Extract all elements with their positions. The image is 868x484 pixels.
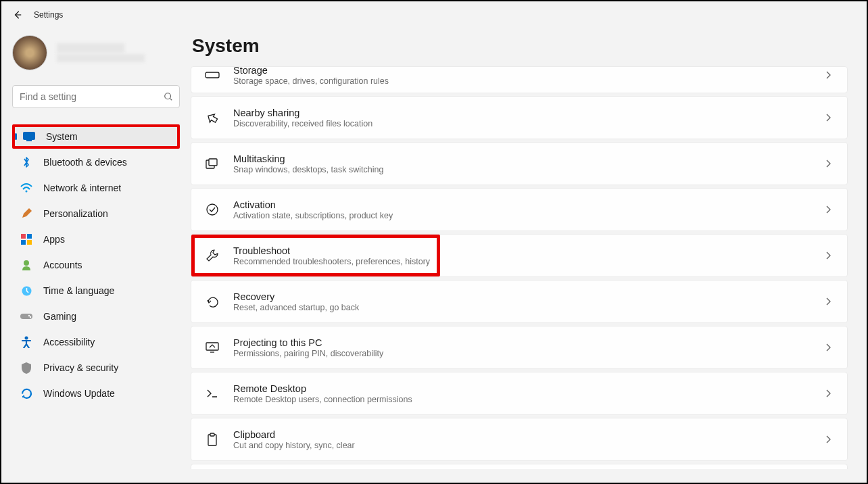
avatar — [12, 35, 47, 70]
card-title: Remote Desktop — [233, 383, 823, 394]
svg-rect-18 — [206, 343, 218, 350]
card-projecting[interactable]: Projecting to this PCPermissions, pairin… — [191, 326, 848, 369]
chevron-right-icon — [823, 71, 834, 79]
card-subtitle: Cut and copy history, sync, clear — [233, 441, 823, 450]
nearby-icon — [205, 112, 220, 124]
svg-point-8 — [24, 260, 29, 266]
card-recovery[interactable]: RecoveryReset, advanced startup, go back — [191, 280, 848, 323]
card-subtitle: Storage space, drives, configuration rul… — [233, 76, 823, 86]
svg-rect-16 — [209, 159, 217, 166]
sidebar-item-label: Apps — [43, 234, 65, 245]
svg-rect-7 — [27, 240, 32, 245]
update-icon — [20, 387, 32, 400]
chevron-right-icon — [823, 343, 834, 352]
multitask-icon — [205, 158, 220, 169]
remote-icon — [205, 388, 220, 399]
sidebar-item-gaming[interactable]: Gaming — [12, 304, 180, 329]
card-nearby[interactable]: Nearby sharingDiscoverability, received … — [191, 96, 848, 139]
search-input[interactable] — [12, 85, 180, 108]
privacy-icon — [20, 362, 32, 374]
sidebar-item-accessibility[interactable]: Accessibility — [12, 330, 180, 354]
apps-icon — [20, 233, 32, 245]
profile-name-redacted — [57, 43, 124, 53]
settings-list: StorageStorage space, drives, configurat… — [191, 66, 848, 469]
clipboard-icon — [205, 433, 220, 446]
card-subtitle: Snap windows, desktops, task switching — [233, 165, 823, 174]
svg-point-0 — [165, 93, 171, 99]
chevron-right-icon — [823, 160, 834, 168]
projecting-icon — [205, 342, 220, 353]
sidebar-item-label: System — [46, 131, 78, 142]
svg-rect-6 — [21, 240, 26, 245]
main-content: System StorageStorage space, drives, con… — [191, 28, 867, 483]
troubleshoot-icon — [205, 249, 220, 262]
gaming-icon — [20, 310, 32, 322]
card-title: Clipboard — [233, 429, 823, 440]
svg-point-17 — [207, 204, 218, 215]
card-title: Multitasking — [233, 153, 823, 164]
card-activation[interactable]: ActivationActivation state, subscription… — [191, 188, 848, 231]
card-subtitle: Recommended troubleshooters, preferences… — [233, 257, 823, 266]
chevron-right-icon — [823, 251, 834, 260]
card-clipboard[interactable]: ClipboardCut and copy history, sync, cle… — [191, 418, 848, 461]
accounts-icon — [20, 259, 32, 271]
personalization-icon — [20, 208, 32, 220]
sidebar-item-label: Personalization — [43, 208, 108, 219]
sidebar-item-label: Network & internet — [43, 183, 121, 193]
svg-point-3 — [26, 191, 28, 193]
back-button[interactable] — [12, 9, 23, 20]
chevron-right-icon — [823, 297, 834, 306]
sidebar-item-privacy[interactable]: Privacy & security — [12, 356, 180, 380]
search-icon — [164, 92, 173, 101]
card-subtitle: Permissions, pairing PIN, discoverabilit… — [233, 349, 823, 358]
card-subtitle: Discoverability, received files location — [233, 119, 823, 128]
card-subtitle: Activation state, subscriptions, product… — [233, 211, 823, 220]
sidebar-item-time[interactable]: Time & language — [12, 279, 180, 303]
profile-email-redacted — [57, 54, 145, 62]
card-title: Projecting to this PC — [233, 337, 823, 348]
page-title: System — [192, 35, 848, 57]
svg-rect-2 — [26, 140, 32, 141]
svg-rect-1 — [23, 132, 35, 140]
sidebar-item-label: Bluetooth & devices — [43, 157, 127, 168]
sidebar-item-label: Windows Update — [43, 388, 115, 399]
system-icon — [23, 130, 35, 143]
sidebar-item-bluetooth[interactable]: Bluetooth & devices — [12, 150, 180, 174]
card-subtitle: Reset, advanced startup, go back — [233, 303, 823, 312]
window-title: Settings — [34, 10, 63, 20]
chevron-right-icon — [823, 435, 834, 443]
sidebar-item-system[interactable]: System — [12, 124, 180, 149]
card-remote[interactable]: Remote DesktopRemote Desktop users, conn… — [191, 372, 848, 415]
network-icon — [20, 182, 32, 194]
nav-list: System Bluetooth & devices Network & int… — [12, 124, 180, 406]
profile-info — [57, 43, 145, 62]
sidebar-item-accounts[interactable]: Accounts — [12, 253, 180, 277]
back-arrow-icon — [13, 10, 22, 20]
card-title: Recovery — [233, 291, 823, 302]
card-troubleshoot[interactable]: TroubleshootRecommended troubleshooters,… — [191, 234, 848, 277]
sidebar-item-apps[interactable]: Apps — [12, 227, 180, 251]
card-title: Storage — [233, 66, 823, 76]
activation-icon — [205, 203, 220, 216]
search-box[interactable] — [12, 85, 180, 108]
card-storage[interactable]: StorageStorage space, drives, configurat… — [191, 66, 848, 93]
svg-rect-5 — [27, 234, 32, 239]
sidebar-item-label: Time & language — [43, 285, 114, 296]
chevron-right-icon — [823, 389, 834, 397]
profile-block[interactable] — [12, 35, 180, 70]
svg-rect-20 — [210, 433, 214, 436]
sidebar-item-personalization[interactable]: Personalization — [12, 201, 180, 226]
chevron-right-icon — [823, 205, 834, 214]
sidebar-item-update[interactable]: Windows Update — [12, 381, 180, 406]
bluetooth-icon — [20, 156, 32, 168]
svg-point-13 — [25, 337, 28, 340]
sidebar: System Bluetooth & devices Network & int… — [1, 28, 191, 483]
storage-icon — [205, 72, 220, 78]
time-icon — [20, 285, 32, 297]
sidebar-item-label: Accounts — [43, 260, 82, 270]
card-multitask[interactable]: MultitaskingSnap windows, desktops, task… — [191, 142, 848, 185]
card-title: Nearby sharing — [233, 107, 823, 118]
sidebar-item-network[interactable]: Network & internet — [12, 176, 180, 200]
card-subtitle: Remote Desktop users, connection permiss… — [233, 395, 823, 404]
card-about[interactable]: AboutDevice specifications, rename PC, W… — [191, 464, 848, 469]
